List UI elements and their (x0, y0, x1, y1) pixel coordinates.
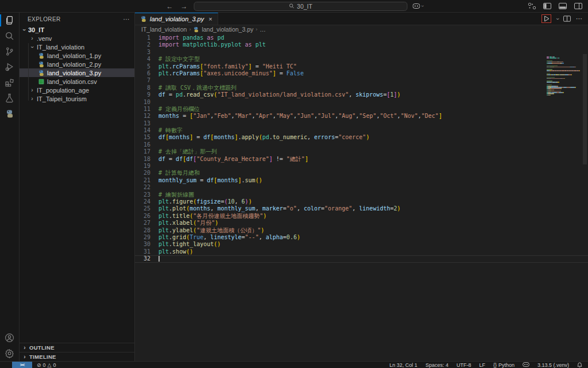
code-line[interactable]: 7 (135, 77, 588, 84)
tree-item-land-violation-2-py[interactable]: land_violation_2.py (20, 60, 134, 68)
code-line[interactable]: 1import pandas as pd (135, 34, 588, 41)
run-dropdown-chevron-icon[interactable]: › (554, 18, 560, 20)
code-line[interactable]: 11# 定義月份欄位 (135, 106, 588, 113)
accounts-icon[interactable] (0, 330, 19, 346)
copilot-icon[interactable]: › (413, 3, 423, 9)
code-line[interactable]: 17# 去掉「總計」那一列 (135, 148, 588, 155)
status-item-ln-32-col-1[interactable]: Ln 32, Col 1 (389, 362, 417, 368)
breadcrumb-file[interactable]: land_violation_3.py (202, 26, 253, 33)
code-line[interactable]: 3 (135, 49, 588, 56)
tree-item-it-taipei-tourism[interactable]: ›IT_Taipei_tourism (20, 94, 134, 103)
code-line[interactable]: 20# 計算每月總和 (135, 170, 588, 177)
code-line[interactable]: 5plt.rcParams["font.family"] = "Heiti TC… (135, 63, 588, 70)
error-count: 0 (43, 362, 46, 368)
sidebar-empty-area[interactable] (20, 103, 134, 343)
status-item-label: Spaces: 4 (425, 362, 448, 368)
code-line[interactable]: 10 (135, 99, 588, 106)
editor-more-actions-icon[interactable]: ⋯ (576, 15, 582, 22)
activity-bar (0, 13, 20, 361)
line-number: 19 (135, 163, 150, 170)
problems-indicator[interactable]: ⊘ 0 △ 0 (37, 362, 56, 368)
line-text: # 定義月份欄位 (158, 106, 200, 113)
code-line[interactable]: 6plt.rcParams["axes.unicode_minus"] = Fa… (135, 70, 588, 77)
tab-close-icon[interactable]: × (208, 16, 212, 22)
explorer-icon[interactable] (0, 13, 19, 28)
code-line[interactable]: 28plt.ylabel("違規土地面積（公頃）") (135, 227, 588, 234)
code-line[interactable]: 13 (135, 120, 588, 127)
extensions-icon[interactable] (0, 75, 19, 90)
customize-layout-icon[interactable] (528, 3, 536, 9)
code-line[interactable]: 2import matplotlib.pyplot as plt (135, 41, 588, 48)
code-line[interactable]: 9df = pd.read_csv("IT_land_violation/lan… (135, 91, 588, 98)
code-line[interactable]: 29plt.grid(True, linestyle="--", alpha=0… (135, 234, 588, 241)
code-line[interactable]: 4# 設定中文字型 (135, 56, 588, 63)
code-line[interactable]: 21monthly_sum = df[months].sum() (135, 177, 588, 184)
code-line[interactable]: 23# 繪製折線圖 (135, 191, 588, 198)
tree-root-folder[interactable]: › 30_IT (20, 25, 134, 34)
code-line[interactable]: 24plt.figure(figsize=(10, 6)) (135, 198, 588, 205)
code-token: = (276, 70, 287, 76)
source-control-icon[interactable] (0, 44, 19, 59)
command-center-search[interactable]: 30_IT (194, 2, 408, 11)
back-icon[interactable]: ← (165, 2, 175, 10)
tree-item--venv[interactable]: ›.venv (20, 34, 134, 43)
code-line[interactable]: 32 (135, 255, 588, 262)
code-line[interactable]: 14# 轉數字 (135, 127, 588, 134)
code-token: df (203, 134, 210, 140)
code-line[interactable]: 30plt.tight_layout() (135, 241, 588, 248)
explorer-more-actions-icon[interactable]: ⋯ (123, 16, 130, 23)
tree-item-it-population-age[interactable]: ›IT_population_age (20, 86, 134, 94)
remote-indicator[interactable]: >< (12, 362, 32, 368)
code-line[interactable]: 31plt.show() (135, 248, 588, 255)
code-token: "Apr" (256, 113, 273, 119)
python-view-icon[interactable] (0, 106, 19, 121)
timeline-section[interactable]: › TIMELINE (20, 352, 134, 361)
code-token: errors (314, 134, 335, 140)
chevron-right-icon: › (256, 26, 257, 32)
toggle-panel-icon[interactable] (559, 3, 567, 9)
toggle-primary-sidebar-icon[interactable] (543, 3, 551, 9)
code-line[interactable]: 15df[months] = df[months].apply(pd.to_nu… (135, 134, 588, 141)
settings-gear-icon[interactable] (0, 346, 19, 361)
minimap[interactable] (547, 56, 580, 97)
run-and-debug-icon[interactable] (0, 59, 19, 75)
status-item-lf[interactable]: LF (479, 362, 485, 368)
code-line[interactable]: 18df = df[df["County_Area_Hectare"] != "… (135, 156, 588, 163)
tree-item-land-violation-3-py[interactable]: land_violation_3.py (20, 68, 134, 77)
code-token: months (189, 205, 210, 212)
search-view-icon[interactable] (0, 28, 19, 44)
tree-item-land-violation-1-py[interactable]: land_violation_1.py (20, 51, 134, 60)
status-item-copilot[interactable] (523, 362, 529, 368)
code-line[interactable]: 22 (135, 184, 588, 191)
breadcrumb-symbol[interactable]: … (260, 26, 266, 33)
status-item-python[interactable]: {}Python (493, 362, 514, 368)
breadcrumb-folder[interactable]: IT_land_violation (141, 26, 187, 33)
toggle-secondary-sidebar-icon[interactable] (574, 3, 582, 9)
tree-item-land-violation-csv[interactable]: land_violation.csv (20, 77, 134, 86)
code-editor[interactable]: 1import pandas as pd2import matplotlib.p… (135, 33, 588, 361)
tree-item-it-land-violation[interactable]: ›IT_land_violation (20, 43, 134, 51)
code-line[interactable]: 26plt.title("各月份違規土地面積趨勢") (135, 213, 588, 220)
code-token: , (349, 91, 355, 98)
code-line[interactable]: 8# 讀取 CSV，跳過中文標題列 (135, 85, 588, 91)
status-item-spaces-4[interactable]: Spaces: 4 (425, 362, 448, 368)
outline-section[interactable]: › OUTLINE (20, 343, 134, 352)
vertical-scrollbar[interactable] (583, 54, 587, 164)
code-token: = (196, 177, 207, 183)
code-line[interactable]: 12months = ["Jan","Feb","Mar","Apr","May… (135, 113, 588, 120)
run-python-file-button[interactable] (541, 14, 551, 23)
code-token: ) (397, 205, 401, 212)
code-token: linewidth (359, 205, 390, 212)
status-item-3.13.5-.venv-[interactable]: 3.13.5 (.venv) (537, 362, 569, 368)
code-line[interactable]: 27plt.xlabel("月份") (135, 220, 588, 227)
line-number: 11 (135, 106, 150, 113)
tab-land-violation-3[interactable]: land_violation_3.py × (135, 13, 218, 25)
status-item-bell[interactable] (577, 362, 582, 368)
code-line[interactable]: 25plt.plot(months, monthly_sum, marker="… (135, 205, 588, 212)
status-item-utf-8[interactable]: UTF-8 (457, 362, 471, 368)
code-line[interactable]: 19 (135, 163, 588, 170)
testing-icon[interactable] (0, 90, 19, 106)
split-editor-icon[interactable] (563, 14, 571, 24)
forward-icon[interactable]: → (180, 2, 189, 10)
code-line[interactable]: 16 (135, 141, 588, 148)
